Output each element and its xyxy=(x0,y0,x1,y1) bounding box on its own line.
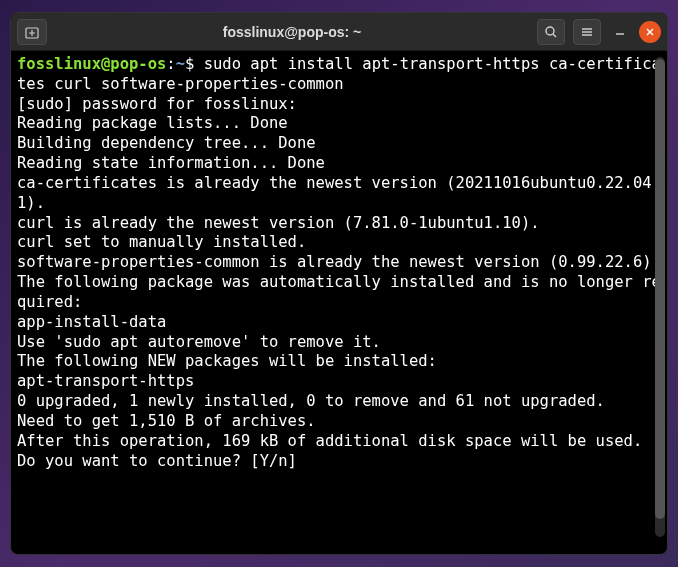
hamburger-icon xyxy=(580,25,594,39)
output-line: The following NEW packages will be insta… xyxy=(17,352,661,372)
window-title: fosslinux@pop-os: ~ xyxy=(53,24,531,40)
minimize-icon xyxy=(612,24,628,40)
prompt-separator: : xyxy=(166,55,175,73)
output-line: Reading state information... Done xyxy=(17,154,661,174)
new-tab-button[interactable] xyxy=(17,19,47,45)
minimize-button[interactable] xyxy=(609,21,631,43)
scrollbar[interactable] xyxy=(655,57,665,537)
output-line: Use 'sudo apt autoremove' to remove it. xyxy=(17,333,661,353)
output-line: Reading package lists... Done xyxy=(17,114,661,134)
output-line: The following package was automatically … xyxy=(17,273,661,313)
terminal-content[interactable]: fosslinux@pop-os:~$ sudo apt install apt… xyxy=(11,51,667,554)
output-line: apt-transport-https xyxy=(17,372,661,392)
new-tab-icon xyxy=(25,25,39,39)
output-line: Do you want to continue? [Y/n] xyxy=(17,452,661,472)
output-line: app-install-data xyxy=(17,313,661,333)
search-icon xyxy=(544,25,558,39)
close-icon xyxy=(644,26,656,38)
svg-point-3 xyxy=(546,27,554,35)
close-button[interactable] xyxy=(639,21,661,43)
output-line: software-properties-common is already th… xyxy=(17,253,661,273)
svg-line-4 xyxy=(553,34,556,37)
output-line: ca-certificates is already the newest ve… xyxy=(17,174,661,214)
prompt-user-host: fosslinux@pop-os xyxy=(17,55,166,73)
terminal-window: fosslinux@pop-os: ~ xyxy=(10,12,668,555)
title-controls xyxy=(537,19,661,45)
output-line: curl set to manually installed. xyxy=(17,233,661,253)
output-line: After this operation, 169 kB of addition… xyxy=(17,432,661,452)
output-line: 0 upgraded, 1 newly installed, 0 to remo… xyxy=(17,392,661,412)
titlebar: fosslinux@pop-os: ~ xyxy=(11,13,667,51)
output-line: [sudo] password for fosslinux: xyxy=(17,95,661,115)
search-button[interactable] xyxy=(537,19,565,45)
output-line: curl is already the newest version (7.81… xyxy=(17,214,661,234)
prompt-dollar: $ xyxy=(185,55,204,73)
prompt-path: ~ xyxy=(176,55,185,73)
scrollbar-thumb[interactable] xyxy=(655,59,665,519)
menu-button[interactable] xyxy=(573,19,601,45)
output-line: Building dependency tree... Done xyxy=(17,134,661,154)
output-line: Need to get 1,510 B of archives. xyxy=(17,412,661,432)
